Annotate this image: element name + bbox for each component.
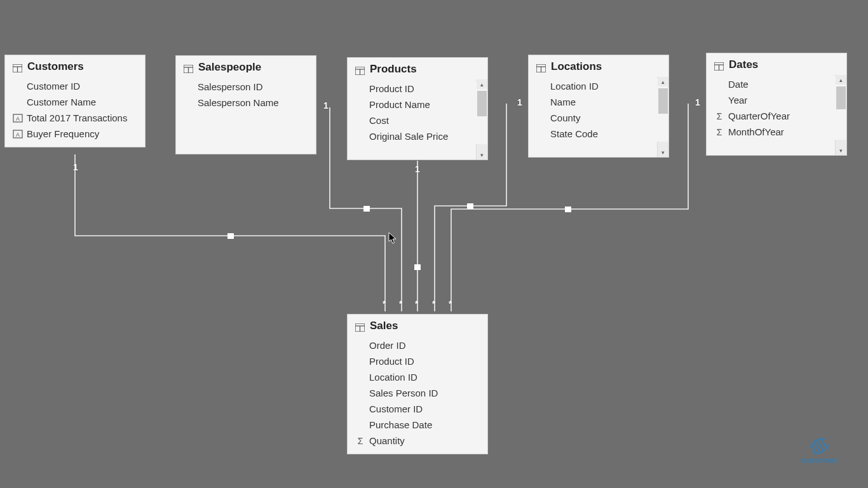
flow-marker: [227, 233, 234, 239]
table-header[interactable]: Customers: [5, 55, 145, 77]
field-list[interactable]: ▴ ▾ Date Year Σ QuarterOfYear Σ MonthOfY…: [707, 75, 846, 155]
cardinality-one: 1: [695, 97, 700, 107]
table-icon: [536, 63, 546, 71]
field-row[interactable]: A Total 2017 Transactions: [5, 110, 145, 126]
scroll-up-arrow[interactable]: ▴: [836, 75, 846, 85]
table-header[interactable]: Dates: [707, 53, 846, 75]
field-row[interactable]: A Buyer Frequency: [5, 126, 145, 142]
svg-text:Σ: Σ: [358, 436, 363, 446]
cardinality-many: *: [415, 299, 418, 309]
table-icon: [184, 64, 193, 72]
field-row[interactable]: Customer ID: [5, 78, 145, 94]
field-label: Order ID: [369, 340, 406, 351]
field-row[interactable]: Salesperson ID: [176, 79, 316, 95]
sigma-icon: Σ: [355, 436, 365, 446]
field-row[interactable]: Product ID: [348, 353, 487, 369]
table-dates[interactable]: Dates ▴ ▾ Date Year Σ QuarterOfYear Σ Mo…: [706, 53, 847, 156]
field-row[interactable]: Σ QuarterOfYear: [707, 108, 846, 124]
field-row[interactable]: Original Sale Price: [348, 128, 487, 144]
field-label: Salesperson ID: [198, 81, 263, 92]
field-row[interactable]: Sales Person ID: [348, 385, 487, 401]
table-locations[interactable]: Locations ▴ ▾ Location ID Name County St…: [528, 55, 669, 158]
table-header[interactable]: Sales: [348, 315, 487, 336]
sigma-icon: Σ: [714, 111, 724, 121]
field-label: Year: [728, 95, 747, 105]
table-title: Sales: [370, 320, 398, 332]
svg-text:Σ: Σ: [717, 127, 722, 137]
field-label: Customer Name: [27, 97, 96, 107]
subscribe-label: SUBSCRIBE: [801, 458, 838, 464]
svg-text:Σ: Σ: [717, 111, 722, 121]
field-label: Sales Person ID: [369, 388, 438, 398]
field-list: Order ID Product ID Location ID Sales Pe…: [348, 336, 487, 454]
field-label: Purchase Date: [369, 419, 432, 430]
scroll-thumb[interactable]: [836, 86, 846, 109]
table-sales[interactable]: Sales Order ID Product ID Location ID Sa…: [347, 314, 488, 454]
field-list: Salesperson ID Salesperson Name: [176, 78, 316, 154]
field-label: State Code: [550, 128, 598, 139]
table-products[interactable]: Products ▴ ▾ Product ID Product Name Cos…: [347, 57, 488, 160]
text-measure-icon: A: [13, 113, 23, 123]
cardinality-one: 1: [517, 97, 522, 107]
field-list[interactable]: ▴ ▾ Product ID Product Name Cost Origina…: [348, 79, 487, 159]
table-header[interactable]: Locations: [529, 55, 668, 77]
field-row[interactable]: Σ MonthOfYear: [707, 124, 846, 140]
field-label: Quantity: [369, 435, 405, 446]
table-customers[interactable]: Customers Customer ID Customer Name A To…: [4, 55, 146, 147]
field-label: Location ID: [369, 372, 417, 383]
scroll-thumb[interactable]: [477, 91, 487, 116]
field-label: Salesperson Name: [198, 97, 279, 108]
field-row[interactable]: Location ID: [348, 369, 487, 385]
field-row[interactable]: Σ Quantity: [348, 433, 487, 449]
field-row[interactable]: State Code: [529, 126, 668, 142]
flow-marker: [363, 206, 370, 212]
model-canvas[interactable]: 1 1 1 1 1 * * * * * Customers Customer I…: [0, 0, 868, 488]
scroll-down-arrow[interactable]: ▾: [658, 147, 668, 157]
table-header[interactable]: Salespeople: [176, 56, 316, 78]
table-icon: [355, 322, 365, 330]
scroll-down-arrow[interactable]: ▾: [477, 150, 487, 159]
field-row[interactable]: Location ID: [529, 78, 668, 94]
scroll-up-arrow[interactable]: ▴: [477, 79, 487, 89]
field-label: Date: [728, 79, 749, 90]
field-list[interactable]: ▴ ▾ Location ID Name County State Code: [529, 77, 668, 157]
flow-marker: [414, 264, 421, 270]
cardinality-one: 1: [73, 162, 78, 172]
field-label: Cost: [369, 115, 389, 126]
dna-icon: [807, 437, 832, 456]
field-label: Buyer Frequency: [27, 128, 99, 139]
field-list: Customer ID Customer Name A Total 2017 T…: [5, 77, 145, 147]
table-icon: [714, 61, 724, 69]
subscribe-badge[interactable]: SUBSCRIBE: [799, 437, 840, 464]
table-title: Salespeople: [198, 61, 261, 74]
scroll-up-arrow[interactable]: ▴: [658, 77, 668, 86]
cardinality-one: 1: [323, 100, 329, 111]
field-label: Customer ID: [369, 403, 423, 414]
field-row[interactable]: Cost: [348, 112, 487, 128]
field-row[interactable]: County: [529, 110, 668, 126]
field-row[interactable]: Salesperson Name: [176, 95, 316, 111]
field-row[interactable]: Product ID: [348, 81, 487, 97]
field-row[interactable]: Customer Name: [5, 94, 145, 110]
field-row[interactable]: Product Name: [348, 97, 487, 112]
cardinality-many: *: [399, 299, 402, 309]
field-row[interactable]: Purchase Date: [348, 417, 487, 433]
field-row[interactable]: Year: [707, 92, 846, 108]
scroll-down-arrow[interactable]: ▾: [836, 146, 846, 155]
mouse-cursor: [388, 232, 397, 245]
table-icon: [355, 65, 365, 74]
table-header[interactable]: Products: [348, 58, 487, 79]
table-salespeople[interactable]: Salespeople Salesperson ID Salesperson N…: [175, 55, 316, 154]
field-row[interactable]: Date: [707, 76, 846, 92]
field-label: Customer ID: [27, 81, 80, 92]
svg-text:A: A: [16, 116, 20, 122]
field-row[interactable]: Customer ID: [348, 401, 487, 417]
sigma-icon: Σ: [714, 127, 724, 137]
field-row[interactable]: Name: [529, 94, 668, 110]
field-label: Original Sale Price: [369, 131, 448, 142]
flow-marker: [565, 207, 571, 212]
field-label: Product Name: [369, 99, 430, 110]
field-row[interactable]: Order ID: [348, 337, 487, 353]
table-title: Locations: [551, 60, 602, 73]
scroll-thumb[interactable]: [658, 88, 668, 114]
